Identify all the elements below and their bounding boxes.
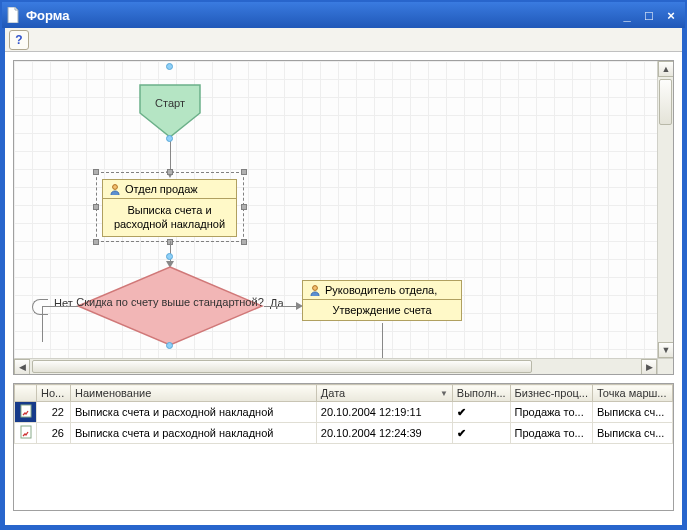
cell-date: 20.10.2004 12:19:11	[316, 402, 452, 423]
node-process-body: Утверждение счета	[303, 300, 461, 320]
cell-number: 26	[37, 423, 71, 444]
cell-number: 22	[37, 402, 71, 423]
table-row[interactable]: 22Выписка счета и расходной накладной20.…	[15, 402, 673, 423]
vertical-scrollbar[interactable]: ▲ ▼	[657, 61, 673, 358]
edge	[170, 139, 171, 173]
scroll-right-button[interactable]: ▶	[641, 359, 657, 375]
scroll-up-button[interactable]: ▲	[658, 61, 673, 77]
col-bp[interactable]: Бизнес-проц...	[510, 385, 592, 402]
col-done[interactable]: Выполн...	[452, 385, 510, 402]
cell-route: Выписка сч...	[593, 423, 673, 444]
col-number[interactable]: Но...	[37, 385, 71, 402]
node-decision[interactable]: Скидка по счету выше стандартной?	[76, 265, 264, 347]
table: Но... Наименование Дата▼ Выполн... Бизне…	[14, 384, 673, 444]
cell-bp: Продажа то...	[510, 402, 592, 423]
node-process-head: Отдел продаж	[103, 180, 236, 199]
edge-label-no: Нет	[54, 297, 73, 309]
window-buttons: _ □ ×	[617, 6, 681, 24]
cell-date: 20.10.2004 12:24:39	[316, 423, 452, 444]
canvas-wrap: Старт	[14, 61, 673, 358]
maximize-button[interactable]: □	[639, 6, 659, 24]
toolbar: ?	[5, 28, 682, 52]
table-header[interactable]: Но... Наименование Дата▼ Выполн... Бизне…	[15, 385, 673, 402]
edge-loop	[32, 299, 48, 315]
data-grid[interactable]: Но... Наименование Дата▼ Выполн... Бизне…	[13, 383, 674, 511]
titlebar[interactable]: Форма _ □ ×	[2, 2, 685, 28]
connector-dot[interactable]	[166, 135, 173, 142]
connector-dot[interactable]	[166, 63, 173, 70]
node-process-approval[interactable]: Руководитель отдела, Утверждение счета	[302, 280, 462, 321]
sort-desc-icon: ▼	[440, 389, 448, 398]
client-area: ? Старт	[5, 28, 682, 525]
row-icon-cell	[15, 423, 37, 444]
help-button[interactable]: ?	[9, 30, 29, 50]
diagram-panel: Старт	[13, 60, 674, 375]
row-icon-cell	[15, 402, 37, 423]
cell-name: Выписка счета и расходной накладной	[71, 402, 317, 423]
user-icon	[109, 183, 121, 195]
edge-label-yes: Да	[270, 297, 284, 309]
window-title: Форма	[26, 8, 617, 23]
table-body: 22Выписка счета и расходной накладной20.…	[15, 402, 673, 444]
node-start[interactable]: Старт	[134, 79, 206, 143]
svg-point-1	[313, 286, 318, 291]
scroll-down-button[interactable]: ▼	[658, 342, 673, 358]
cell-name: Выписка счета и расходной накладной	[71, 423, 317, 444]
scroll-thumb[interactable]	[32, 360, 532, 373]
cell-bp: Продажа то...	[510, 423, 592, 444]
edge	[264, 306, 298, 307]
scroll-corner	[657, 358, 673, 374]
node-process-sales[interactable]: Отдел продаж Выписка счета и расходной н…	[102, 179, 237, 237]
flowchart-canvas[interactable]: Старт	[14, 61, 657, 358]
edge	[382, 323, 383, 358]
col-date[interactable]: Дата▼	[316, 385, 452, 402]
node-start-label: Старт	[134, 97, 206, 109]
user-icon	[309, 284, 321, 296]
document-icon	[6, 7, 20, 23]
task-icon	[20, 404, 32, 418]
connector-dot[interactable]	[166, 342, 173, 349]
task-icon	[20, 425, 32, 439]
node-process-role: Отдел продаж	[125, 183, 198, 195]
check-icon: ✔	[457, 406, 466, 418]
col-indicator[interactable]	[15, 385, 37, 402]
svg-point-0	[113, 185, 118, 190]
node-process-role: Руководитель отдела,	[325, 284, 437, 296]
horizontal-scrollbar[interactable]: ◀ ▶	[14, 358, 657, 374]
cell-done: ✔	[452, 423, 510, 444]
col-route[interactable]: Точка марш...	[593, 385, 673, 402]
arrow-head-icon	[166, 171, 174, 178]
check-icon: ✔	[457, 427, 466, 439]
window-frame: Форма _ □ × ? Старт	[0, 0, 687, 530]
cell-route: Выписка сч...	[593, 402, 673, 423]
svg-rect-3	[21, 426, 31, 438]
node-process-head: Руководитель отдела,	[303, 281, 461, 300]
scroll-left-button[interactable]: ◀	[14, 359, 30, 375]
node-process-body: Выписка счета и расходной накладной	[103, 199, 236, 236]
close-button[interactable]: ×	[661, 6, 681, 24]
node-decision-label: Скидка по счету выше стандартной?	[76, 295, 264, 309]
cell-done: ✔	[452, 402, 510, 423]
col-name[interactable]: Наименование	[71, 385, 317, 402]
col-date-label: Дата	[321, 387, 345, 399]
svg-rect-2	[21, 405, 31, 417]
scroll-thumb[interactable]	[659, 79, 672, 125]
connector-dot[interactable]	[166, 253, 173, 260]
table-row[interactable]: 26Выписка счета и расходной накладной20.…	[15, 423, 673, 444]
minimize-button[interactable]: _	[617, 6, 637, 24]
